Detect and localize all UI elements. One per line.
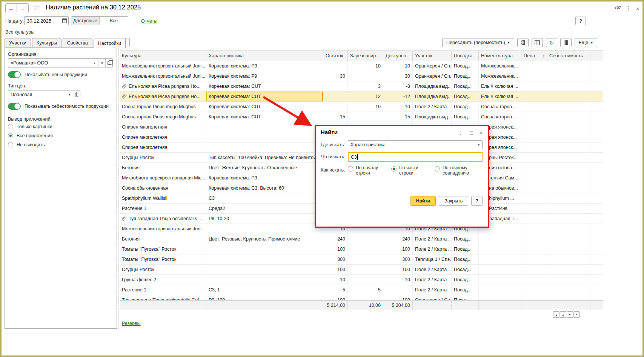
- radio-icon[interactable]: [8, 124, 13, 129]
- go-top-button[interactable]: ▲: [553, 311, 559, 318]
- show-cost-toggle[interactable]: [8, 103, 21, 110]
- cell-cost[interactable]: [547, 234, 590, 244]
- cell-cost[interactable]: [547, 142, 590, 152]
- cell-harakteristika[interactable]: [206, 275, 323, 285]
- cell-price[interactable]: [521, 244, 547, 254]
- refresh-button[interactable]: ↻: [546, 38, 557, 47]
- date-value[interactable]: 30.12.2025: [25, 18, 60, 24]
- table-row[interactable]: Сосна горная Pinus mugo MughusКорневая с…: [120, 102, 603, 112]
- cell-nomenklatura[interactable]: Ель # колючая ...: [479, 92, 521, 101]
- cell-price[interactable]: [521, 112, 547, 122]
- table-row[interactable]: Туя западная Thuja occidentalis GolP9; 1…: [120, 295, 603, 300]
- cell-zarezervirovano[interactable]: [348, 234, 383, 244]
- cell-kultura[interactable]: Микробиота перекрестнопарная Mic...: [120, 173, 206, 183]
- table-row[interactable]: БегонияЦвет: Розовые; Крупность: Прямост…: [120, 234, 603, 244]
- tab-Настройки[interactable]: Настройки: [94, 38, 126, 48]
- cell-posadka[interactable]: Посад: [452, 295, 479, 300]
- cell-dostupno[interactable]: 15: [383, 112, 413, 122]
- cell-kultura[interactable]: Ель колючая Picea pungens Ho...: [120, 92, 206, 101]
- how-option-По точному совпадению[interactable]: По точному совпадению: [435, 165, 478, 176]
- find-button[interactable]: Найти: [410, 196, 436, 206]
- cell-harakteristika[interactable]: Тип кассеты: 100 ячейка; Прививка: Не пр…: [206, 153, 323, 162]
- cell-harakteristika[interactable]: С3: [206, 193, 323, 203]
- close-button[interactable]: Закрыть: [439, 196, 468, 206]
- forward-button[interactable]: →: [17, 3, 29, 13]
- barcode-scan-button[interactable]: [517, 38, 529, 47]
- cell-cost[interactable]: [547, 163, 590, 173]
- radio-option-Не выводить[interactable]: Не выводить: [8, 142, 114, 147]
- show-prices-toggle[interactable]: [8, 71, 21, 78]
- where-combo[interactable]: Характеристика ▼: [348, 140, 483, 149]
- cell-price[interactable]: [521, 142, 547, 152]
- barcode-button[interactable]: [560, 38, 572, 47]
- cell-kultura[interactable]: Сосна горная Pinus mugo Mughus: [120, 112, 206, 122]
- column-header-Остаток[interactable]: Остаток: [323, 51, 348, 61]
- cell-kultura[interactable]: Растение 1: [120, 285, 206, 295]
- cell-kultura[interactable]: Spathiphyllum Wallisii: [120, 193, 206, 203]
- cell-price[interactable]: [521, 163, 547, 173]
- kebab-menu-icon[interactable]: ⋮: [458, 130, 463, 136]
- radio-option-Все приложения[interactable]: Все приложения: [8, 133, 114, 138]
- cell-harakteristika[interactable]: [206, 132, 323, 142]
- table-row[interactable]: Груша Дюшес 21010Поле 2 / Карта ...Посад…: [120, 275, 603, 285]
- cell-uchastok[interactable]: Оранжерея / Сп...: [413, 61, 452, 71]
- cell-uchastok[interactable]: Поле 2 / Карта ...: [413, 244, 452, 254]
- cell-ostatok[interactable]: 300: [323, 254, 348, 264]
- cell-price[interactable]: [521, 153, 547, 162]
- cell-harakteristika[interactable]: Корневая система: CUT: [206, 112, 323, 122]
- cell-nomenklatura[interactable]: [479, 244, 521, 254]
- cell-harakteristika[interactable]: Среда2: [206, 204, 323, 213]
- cell-price[interactable]: [521, 265, 547, 274]
- column-header-Участок[interactable]: Участок: [413, 51, 452, 61]
- splitter[interactable]: [118, 38, 119, 329]
- cell-ostatok[interactable]: [323, 81, 348, 91]
- tab-Участки[interactable]: Участки: [5, 38, 31, 47]
- cell-kultura[interactable]: Спирея многолетняя: [120, 142, 206, 152]
- page-down-button[interactable]: ▼: [567, 311, 573, 318]
- table-row[interactable]: Можжевельник горизонтальный Juni...Корне…: [120, 61, 603, 71]
- cell-posadka[interactable]: Посад...: [452, 234, 479, 244]
- cell-harakteristika[interactable]: Корневая система: P9: [206, 61, 323, 71]
- open-button[interactable]: [73, 90, 80, 99]
- radio-option-Только картинки[interactable]: Только картинки: [8, 124, 114, 129]
- cell-nomenklatura[interactable]: [479, 295, 521, 300]
- table-row[interactable]: Сосна горная Pinus mugo MughusКорневая с…: [120, 112, 603, 122]
- cell-harakteristika[interactable]: [206, 142, 323, 152]
- switch-all[interactable]: Все: [100, 17, 128, 25]
- cell-nomenklatura[interactable]: [479, 285, 521, 295]
- cell-dostupno[interactable]: 10: [383, 275, 413, 285]
- price-type-value[interactable]: Плановая: [8, 92, 66, 97]
- cell-ostatok[interactable]: [323, 92, 348, 101]
- cell-kultura[interactable]: Томаты "Пуговка" Росток: [120, 244, 206, 254]
- search-input[interactable]: С3: [348, 152, 483, 162]
- cell-uchastok[interactable]: Теплица 1 / Спэ...: [413, 254, 452, 264]
- cell-posadka[interactable]: Посад...: [452, 81, 479, 91]
- radio-icon[interactable]: [8, 142, 13, 147]
- cell-posadka[interactable]: Посад...: [452, 254, 479, 264]
- reports-link[interactable]: Отчеты: [141, 18, 157, 24]
- cell-dostupno[interactable]: -12: [383, 92, 413, 101]
- cell-uchastok[interactable]: Оранжерея / Сп: [413, 295, 452, 300]
- cell-uchastok[interactable]: Поле 2 / Карта ...: [413, 285, 452, 295]
- cell-ostatok[interactable]: [323, 102, 348, 112]
- favorite-star-icon[interactable]: ☆: [33, 3, 40, 12]
- cell-cost[interactable]: [547, 92, 590, 101]
- cell-cost[interactable]: [547, 204, 590, 213]
- cell-harakteristika[interactable]: P9; 100: [206, 295, 323, 300]
- clear-button[interactable]: ×: [98, 59, 105, 67]
- cell-price[interactable]: [521, 214, 547, 224]
- maximize-icon[interactable]: □: [470, 130, 473, 136]
- table-row[interactable]: Томаты "Пуговка" Росток100100Поле 2 / Ка…: [120, 244, 603, 254]
- calendar-button[interactable]: [60, 17, 68, 25]
- more-button[interactable]: Еще ▼: [575, 38, 597, 47]
- radio-icon[interactable]: [435, 166, 440, 172]
- cell-harakteristika[interactable]: Цвет: Розовые; Крупность: Прямостоячие: [206, 234, 323, 244]
- cell-cost[interactable]: [547, 122, 590, 132]
- cell-uchastok[interactable]: Площадка выд...: [413, 81, 452, 91]
- dropdown-button[interactable]: ▼: [66, 90, 73, 99]
- cell-cost[interactable]: [547, 102, 590, 112]
- column-header-Зарезервир...[interactable]: Зарезервир...: [348, 51, 383, 61]
- cell-zarezervirovano[interactable]: 12: [348, 92, 383, 101]
- cell-kultura[interactable]: Бегония: [120, 163, 206, 173]
- cell-uchastok[interactable]: Площадка выд...: [413, 112, 452, 122]
